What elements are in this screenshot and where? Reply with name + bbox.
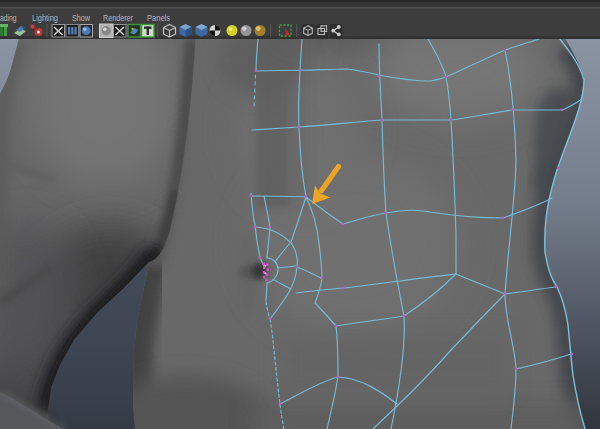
svg-text:Lighting: Lighting bbox=[32, 12, 58, 23]
svg-text:Renderer: Renderer bbox=[103, 12, 133, 23]
svg-text:Show: Show bbox=[72, 12, 90, 23]
svg-text:Panels: Panels bbox=[147, 12, 170, 23]
svg-text:ading: ading bbox=[0, 12, 17, 23]
